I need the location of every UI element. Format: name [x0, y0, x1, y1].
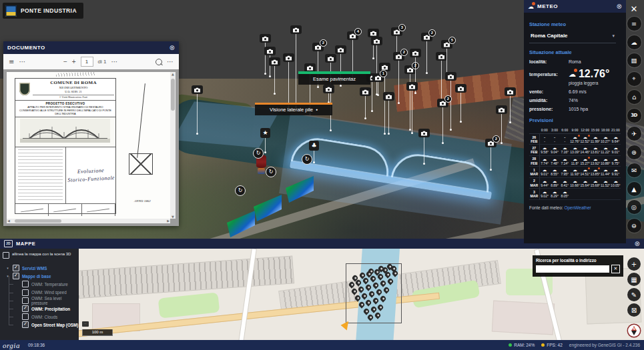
toolbar-more-icon[interactable]: ⋯ [167, 59, 174, 65]
structure-icon[interactable]: ⌂ [627, 90, 641, 104]
vertical-scrollbar[interactable]: ▲ ▼ [170, 72, 176, 219]
camera-pin[interactable] [269, 57, 280, 66]
forecast-cell: ☁13.81° [590, 145, 600, 155]
helm-icon[interactable]: ⊛ [627, 145, 641, 159]
camera-pin[interactable] [496, 105, 507, 114]
hscroll-thumb[interactable] [15, 219, 61, 223]
align-map-checkbox-row[interactable]: allinea la mappa con la scena 3D [0, 249, 79, 262]
layers-icon[interactable]: ≡ [627, 17, 641, 31]
chat-icon[interactable]: ✉ [627, 163, 641, 177]
close-icon[interactable]: ⊗ [170, 45, 175, 51]
list-icon[interactable]: ▤ [627, 53, 641, 67]
close-icon[interactable]: ⊗ [635, 241, 640, 247]
scroll-left-arrow[interactable]: ◀ [7, 219, 10, 223]
camera-pin[interactable] [323, 85, 334, 93]
layer-tree-item[interactable]: ▾✓Servizi WMS [0, 264, 79, 272]
star-pin[interactable]: ★ [260, 128, 270, 138]
layer-checkbox[interactable]: ✓ [22, 321, 29, 328]
search-icon[interactable] [155, 59, 162, 65]
station-dropdown[interactable]: Roma Capitale ▾ [529, 27, 616, 43]
sidebar-toggle-icon[interactable]: ≡ [9, 59, 14, 65]
basemap-tool-icon[interactable]: ▦ [627, 273, 641, 286]
camera-pin[interactable]: 2 [393, 52, 404, 61]
layer-checkbox[interactable] [22, 281, 29, 287]
layer-tree-item[interactable]: ✓Open Street Map (OSM) [0, 321, 79, 329]
camera-pin[interactable] [445, 72, 456, 81]
camera-pin[interactable] [290, 25, 302, 34]
camera-pin[interactable]: 2 [312, 43, 324, 51]
pdf-view[interactable]: COMUNE DI ROMA XII DIPARTIMENTO U.O. SER… [3, 69, 179, 226]
layer-checkbox[interactable]: ✓ [13, 273, 19, 279]
layer-checkbox[interactable] [22, 289, 29, 296]
scroll-down-arrow[interactable]: ▼ [170, 215, 176, 219]
layer-checkbox[interactable] [22, 313, 29, 320]
camera-pin[interactable] [283, 53, 294, 62]
layer-label: OWM: Sea level pressure [31, 296, 79, 305]
layer-checkbox[interactable]: ✓ [13, 265, 19, 271]
hide-icon[interactable]: ⊖ [627, 219, 641, 233]
camera-pin[interactable] [325, 54, 336, 63]
zoom-out-button[interactable]: − [63, 59, 67, 65]
sensor-icon[interactable]: ↻ [266, 167, 276, 177]
camera-pin[interactable]: 2 [404, 65, 416, 74]
camera-pin[interactable] [192, 85, 203, 94]
camera-pin[interactable]: 2 [421, 33, 432, 41]
camera-pin[interactable] [505, 87, 516, 96]
terrain-icon[interactable]: ▲ [627, 182, 641, 196]
camera-pin[interactable] [264, 47, 276, 55]
forecast-weather-icon: ☁ [580, 135, 590, 139]
camera-pin[interactable] [371, 37, 382, 45]
camera-pin[interactable] [383, 92, 394, 101]
camera-pin[interactable] [335, 45, 346, 54]
camera-pin[interactable] [406, 82, 418, 91]
more-options-icon[interactable]: ⋯ [19, 59, 25, 65]
scroll-right-arrow[interactable]: ▶ [167, 219, 170, 223]
zoom-in-button[interactable]: + [72, 59, 76, 65]
camera-pin[interactable] [436, 52, 447, 61]
scroll-up-arrow[interactable]: ▲ [170, 72, 176, 76]
close-icon[interactable]: ⊗ [617, 3, 622, 10]
camera-pin[interactable]: 3 [391, 27, 402, 36]
tree-pin[interactable]: ♣ [309, 141, 319, 151]
drone-focus-icon[interactable]: ⌖ [627, 72, 641, 86]
annotation-esame-pavimentazione[interactable]: Esame pavimentaz [298, 71, 370, 85]
search-input[interactable] [536, 265, 609, 273]
clear-tool-icon[interactable]: ⊠ [627, 303, 641, 317]
3d-view-icon[interactable]: 3D [627, 109, 641, 123]
search-clear-button[interactable]: ✕ [611, 265, 620, 273]
weather-icon[interactable]: ☁ [627, 35, 641, 49]
sensor-icon[interactable]: ↻ [253, 148, 264, 159]
camera-pin[interactable]: 1 [372, 73, 384, 82]
sensor-icon[interactable]: ↻ [302, 154, 312, 165]
camera-pin[interactable] [410, 49, 421, 57]
page-options-icon[interactable]: ⋯ [111, 59, 118, 65]
page-number-input[interactable] [81, 57, 93, 67]
camera-pin[interactable] [260, 34, 271, 43]
layer-checkbox[interactable] [22, 297, 29, 304]
vscroll-thumb[interactable] [171, 79, 175, 111]
annotation-visione-laterale-pile[interactable]: Visione laterale pile [255, 103, 332, 115]
page-total-label: di 1 [98, 59, 107, 65]
draw-tool-icon[interactable]: ✎ [627, 288, 641, 301]
map-attribution-toggle[interactable]: ·· [82, 321, 89, 327]
camera-pin[interactable] [360, 87, 371, 96]
horizontal-scrollbar[interactable]: ◀ ▶ [7, 219, 170, 223]
layer-checkbox[interactable]: ✓ [22, 305, 29, 312]
2d-map-viewport[interactable]: Ricerca per località o indirizzo ✕ +▦✎⊠ … [79, 249, 644, 340]
flight-icon[interactable]: ✈ [627, 127, 641, 141]
camera-pin[interactable]: 5 [441, 40, 452, 49]
camera-pin[interactable]: 4 [347, 31, 358, 40]
tree-expand-arrow[interactable]: ▾ [5, 266, 10, 270]
pin-stem [314, 151, 314, 161]
sensor-icon[interactable]: ↻ [235, 185, 246, 196]
camera-pin[interactable]: 2 [437, 99, 448, 107]
tour-icon[interactable]: ◎ [627, 200, 641, 214]
compass-north-icon[interactable]: N [628, 325, 640, 337]
pan-tool-icon[interactable]: + [627, 257, 641, 271]
close-scene-icon[interactable]: ✕ [631, 4, 638, 14]
camera-pin[interactable] [455, 84, 466, 93]
openweather-link[interactable]: OpenWeather [564, 205, 591, 210]
camera-pin[interactable]: 2 [485, 139, 497, 147]
camera-pin[interactable] [418, 129, 430, 137]
align-map-checkbox[interactable] [3, 252, 9, 259]
